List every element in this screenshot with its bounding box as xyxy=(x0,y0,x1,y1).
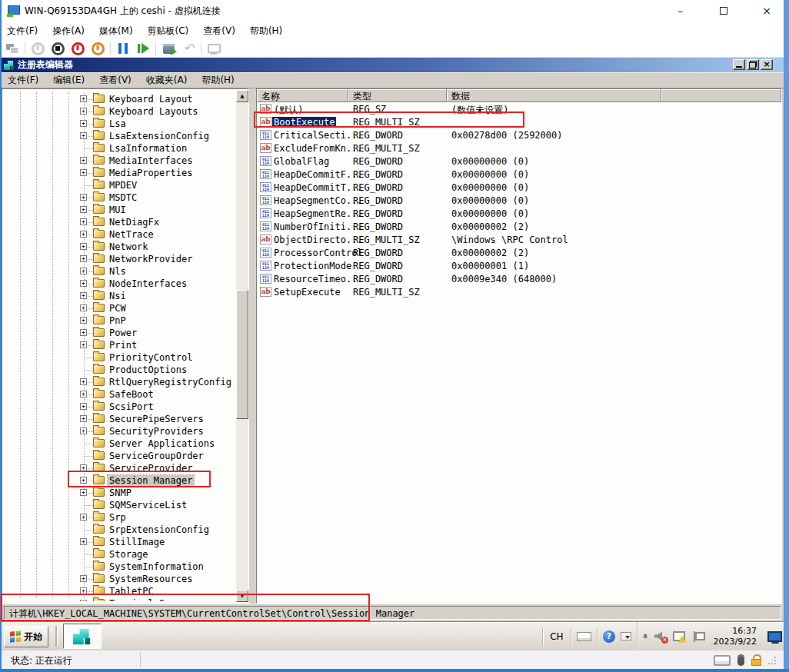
expand-icon[interactable]: + xyxy=(80,489,87,496)
scroll-thumb[interactable] xyxy=(236,290,248,419)
shutdown-button[interactable] xyxy=(68,40,88,57)
tree-item[interactable]: ServiceGroupOrder xyxy=(2,450,235,462)
scroll-up-button[interactable]: ▲ xyxy=(236,90,248,102)
tree-item[interactable]: +Print xyxy=(2,339,235,351)
tree-item[interactable]: +Lsa xyxy=(2,118,235,130)
expand-icon[interactable]: + xyxy=(80,169,87,176)
tree-item[interactable]: +SystemResources xyxy=(2,573,235,585)
expand-icon[interactable]: + xyxy=(80,427,87,434)
tree-item[interactable]: SystemInformation xyxy=(2,561,235,573)
expand-icon[interactable]: + xyxy=(80,403,87,410)
tree-item[interactable]: +SecurePipeServers xyxy=(2,413,235,425)
tree-item[interactable]: +Network xyxy=(2,241,235,253)
action-center-flag-icon[interactable] xyxy=(692,631,703,642)
regedit-restore-button[interactable] xyxy=(747,59,759,70)
checkpoint-button[interactable] xyxy=(158,40,178,57)
tree-item[interactable]: +StillImage xyxy=(2,536,235,548)
ctrl-alt-del-button[interactable] xyxy=(2,40,22,57)
resize-grip[interactable] xyxy=(768,657,776,664)
mouse-capture-icon[interactable] xyxy=(737,654,744,666)
expand-icon[interactable]: + xyxy=(80,329,87,336)
expand-icon[interactable]: + xyxy=(80,280,87,287)
tree-item[interactable]: +RtlQueryRegistryConfig xyxy=(2,376,235,388)
tree-item[interactable]: MPDEV xyxy=(2,179,235,191)
tree-item[interactable]: +Power xyxy=(2,327,235,339)
vm-display[interactable]: 注册表编辑器 × 文件(F)编辑(E)查看(V)收藏夹(A)帮助(H) +Key… xyxy=(2,58,784,650)
taskbar-regedit-button[interactable] xyxy=(63,624,102,649)
value-row[interactable]: 011110ProtectionModeREG_DWORD0x00000001 … xyxy=(257,259,781,272)
expand-icon[interactable]: + xyxy=(80,95,87,102)
tree-item[interactable]: +Nsi xyxy=(2,290,235,302)
save-button[interactable] xyxy=(88,40,108,57)
expand-icon[interactable]: + xyxy=(80,157,87,164)
tree-item[interactable]: +PnP xyxy=(2,314,235,327)
tree-item[interactable]: Server Applications xyxy=(2,437,235,450)
outer-menu-item[interactable]: 媒体(M) xyxy=(99,25,133,38)
tree-item[interactable]: Storage xyxy=(2,548,235,561)
tree-item[interactable]: +SecurityProviders xyxy=(2,425,235,437)
expand-icon[interactable]: + xyxy=(80,341,87,348)
value-row[interactable]: 011110GlobalFlagREG_DWORD0x00000000 (0) xyxy=(257,155,781,168)
value-row[interactable]: 011110HeapSegmentCo...REG_DWORD0x0000000… xyxy=(257,194,781,207)
maximize-button[interactable] xyxy=(712,2,735,19)
value-row[interactable]: abObjectDirecto...REG_MULTI_SZ\Windows \… xyxy=(257,233,781,246)
start-button[interactable]: 开始 xyxy=(4,626,48,647)
tree-item[interactable]: +PCW xyxy=(2,302,235,314)
tree-item[interactable]: ProductOptions xyxy=(2,364,235,376)
tree-item[interactable]: +MediaProperties xyxy=(2,167,235,179)
tree-item[interactable]: +NodeInterfaces xyxy=(2,278,235,290)
regedit-minimize-button[interactable] xyxy=(733,59,745,70)
tree-item[interactable]: +Nls xyxy=(2,265,235,278)
pause-button[interactable] xyxy=(113,40,133,57)
tree-scrollbar[interactable]: ▲ ▼ xyxy=(236,90,248,602)
value-row[interactable]: abSetupExecuteREG_MULTI_SZ xyxy=(257,285,781,298)
outer-menu-item[interactable]: 操作(A) xyxy=(52,25,85,38)
tree-item[interactable]: +Keyboard Layouts xyxy=(2,105,235,118)
volume-muted-icon[interactable] xyxy=(654,631,667,642)
lock-icon[interactable] xyxy=(751,659,761,666)
tree-item[interactable]: +SNMP xyxy=(2,487,235,499)
tree-item[interactable]: +Srp xyxy=(2,511,235,524)
value-row[interactable]: 011110CriticalSecti...REG_DWORD0x00278d0… xyxy=(257,128,781,141)
expand-icon[interactable]: + xyxy=(80,575,87,582)
help-icon[interactable] xyxy=(603,630,615,643)
regedit-menu-item[interactable]: 编辑(E) xyxy=(53,74,85,87)
tree-item[interactable]: +Keyboard Layout xyxy=(2,93,235,105)
regedit-menu-item[interactable]: 帮助(H) xyxy=(201,74,234,87)
expand-icon[interactable]: + xyxy=(80,243,87,250)
tree-item[interactable]: +NetTrace xyxy=(2,228,235,241)
outer-menu-item[interactable]: 剪贴板(C) xyxy=(148,25,189,38)
expand-icon[interactable]: + xyxy=(80,304,87,311)
value-row[interactable]: 011110ResourceTimeo...REG_DWORD0x0009e34… xyxy=(257,272,781,285)
tree-item[interactable]: +NetworkProvider xyxy=(2,253,235,265)
panel-splitter[interactable] xyxy=(249,88,256,604)
turn-off-button[interactable] xyxy=(48,40,68,57)
keyboard-capture-icon[interactable] xyxy=(714,655,731,666)
tree-item[interactable]: SQMServiceList xyxy=(2,499,235,511)
tree-item[interactable]: +MSDTC xyxy=(2,191,235,204)
value-row[interactable]: 011110HeapDeCommitF...REG_DWORD0x0000000… xyxy=(257,168,781,181)
expand-icon[interactable]: + xyxy=(80,268,87,274)
tree-item[interactable]: +MUI xyxy=(2,204,235,216)
value-row[interactable]: 011110HeapDeCommitT...REG_DWORD0x0000000… xyxy=(257,181,781,194)
tree-item[interactable]: +LsaExtensionConfig xyxy=(2,130,235,142)
tree-item[interactable]: PriorityControl xyxy=(2,351,235,364)
taskbar-clock[interactable]: 16:37 2023/9/22 xyxy=(709,626,757,647)
regedit-menu-item[interactable]: 查看(V) xyxy=(99,74,132,87)
tree-item[interactable]: +SafeBoot xyxy=(2,388,235,401)
expand-icon[interactable]: + xyxy=(80,194,87,201)
expand-icon[interactable]: + xyxy=(80,415,87,422)
tree-item[interactable]: LsaInformation xyxy=(2,142,235,155)
column-header-name[interactable]: 名称 xyxy=(257,89,348,102)
expand-icon[interactable]: + xyxy=(80,231,87,238)
expand-icon[interactable]: + xyxy=(80,391,87,398)
regedit-menu-item[interactable]: 收藏夹(A) xyxy=(146,74,188,87)
outer-menu-item[interactable]: 文件(F) xyxy=(7,25,38,38)
regedit-close-button[interactable]: × xyxy=(761,59,773,70)
value-row[interactable]: abExcludeFromKn...REG_MULTI_SZ xyxy=(257,141,781,155)
regedit-menu-item[interactable]: 文件(F) xyxy=(8,74,38,87)
expand-icon[interactable]: + xyxy=(80,132,87,139)
expand-icon[interactable]: + xyxy=(80,514,87,521)
expand-icon[interactable]: + xyxy=(80,538,87,545)
outer-menu-item[interactable]: 查看(V) xyxy=(203,25,235,38)
